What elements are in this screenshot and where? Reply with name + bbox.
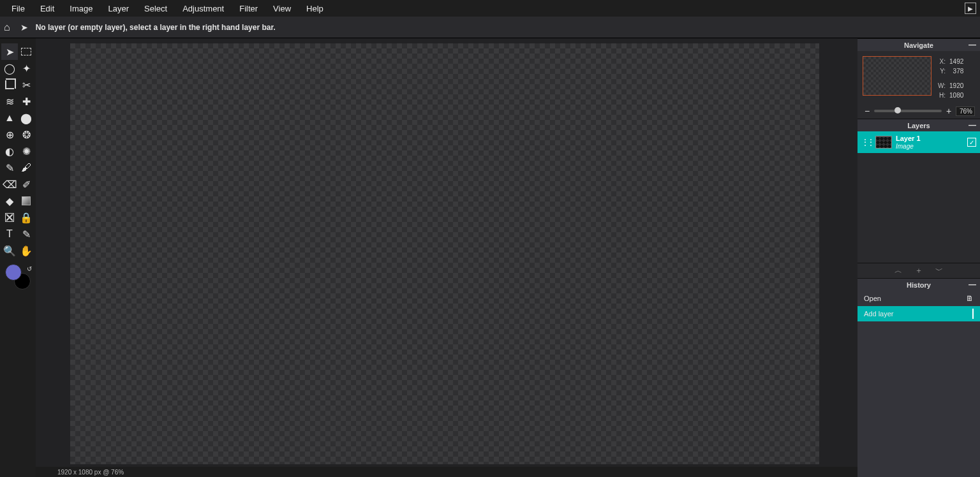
menu-select[interactable]: Select — [137, 1, 175, 16]
options-hint: No layer (or empty layer), select a laye… — [36, 23, 276, 32]
zoom-out-button[interactable]: − — [863, 106, 872, 116]
canvas[interactable] — [70, 43, 819, 464]
history-label: Open — [864, 295, 881, 302]
tool-pointer[interactable]: ➤ — [1, 43, 18, 60]
layer-up-button[interactable]: ︿ — [895, 265, 902, 276]
navigate-title: Navigate — [904, 41, 933, 49]
zoom-in-button[interactable]: + — [944, 106, 953, 116]
tool-text[interactable]: T — [1, 226, 18, 242]
tool-hand[interactable]: ✋ — [18, 242, 34, 259]
menu-adjustment[interactable]: Adjustment — [175, 1, 232, 16]
layer-type: Image — [896, 143, 967, 150]
nav-w-value: 1920 — [949, 82, 966, 90]
layer-tools: ︿ ＋ ﹀ — [858, 263, 980, 278]
toggle-panels-icon[interactable]: ▶ — [965, 3, 976, 14]
tool-pinch[interactable] — [1, 209, 18, 226]
navigate-panel-header[interactable]: Navigate — — [858, 38, 980, 51]
toolbox: ➤ ◯ ✦ ✂ ≋ ✚ ▲ ⬤ ⊕ ❂ ◐ ✺ ✎ 🖌 — [0, 38, 36, 477]
layer-item[interactable]: ⋮⋮ Layer 1 Image ✓ — [858, 131, 980, 153]
canvas-wrap — [36, 38, 858, 477]
tool-gradient[interactable] — [18, 193, 34, 209]
nav-h-value: 1080 — [949, 91, 966, 99]
drag-handle-icon[interactable]: ⋮⋮ — [861, 138, 875, 147]
zoom-value[interactable]: 76% — [956, 106, 975, 116]
tool-bucket[interactable]: ◆ — [1, 193, 18, 209]
history-item[interactable]: Open 🗎 — [858, 291, 980, 306]
marquee-icon — [21, 48, 31, 55]
tool-pencil[interactable]: ✎ — [1, 159, 18, 176]
tool-sponge[interactable]: ⊕ — [1, 126, 18, 143]
navigator-thumbnail[interactable] — [863, 56, 932, 96]
layer-icon — [972, 309, 974, 318]
gradient-icon — [22, 196, 31, 205]
layers-panel-header[interactable]: Layers — — [858, 119, 980, 131]
tool-spot[interactable]: ❂ — [18, 126, 34, 143]
tool-scissors[interactable]: ✂ — [18, 77, 34, 93]
navigate-panel: X:1492 Y:378 W:1920 H:1080 − + 76% — [858, 51, 980, 119]
menu-bar: File Edit Image Layer Select Adjustment … — [0, 0, 980, 17]
options-bar: ⌂ ➤ No layer (or empty layer), select a … — [0, 17, 980, 38]
menu-filter[interactable]: Filter — [232, 1, 265, 16]
menu-help[interactable]: Help — [299, 1, 331, 16]
history-panel: Open 🗎 Add layer — [858, 291, 980, 477]
document-icon: 🗎 — [966, 294, 974, 303]
tool-clone[interactable]: ▲ — [1, 110, 18, 126]
right-panels: Navigate — X:1492 Y:378 W:1920 H:1080 − … — [858, 38, 980, 477]
collapse-icon[interactable]: — — [969, 40, 976, 49]
status-text: 1920 x 1080 px @ 76% — [57, 469, 124, 476]
pinch-icon — [5, 213, 14, 222]
layer-visibility-checkbox[interactable]: ✓ — [967, 138, 976, 147]
history-label: Add layer — [864, 310, 893, 318]
tool-eraser[interactable]: ⌫ — [1, 176, 18, 193]
pointer-icon[interactable]: ➤ — [18, 22, 28, 33]
collapse-icon[interactable]: — — [969, 121, 976, 129]
tool-wand[interactable]: ✦ — [18, 60, 34, 77]
tool-liquify[interactable]: ≋ — [1, 93, 18, 110]
history-item[interactable]: Add layer — [858, 306, 980, 321]
tool-zoom[interactable]: 🔍 — [1, 242, 18, 259]
layer-name: Layer 1 — [896, 135, 967, 142]
menu-image[interactable]: Image — [62, 1, 100, 16]
tool-eyedropper[interactable]: ✎ — [18, 226, 34, 242]
menu-file[interactable]: File — [4, 1, 33, 16]
layer-thumbnail[interactable] — [875, 136, 892, 149]
zoom-slider[interactable] — [874, 110, 942, 112]
tool-sharpen[interactable]: ✺ — [18, 143, 34, 159]
nav-x-value: 1492 — [949, 57, 966, 66]
home-icon[interactable]: ⌂ — [4, 22, 10, 33]
tool-airbrush[interactable]: ✐ — [18, 176, 34, 193]
tool-marquee[interactable] — [18, 43, 34, 60]
crop-icon — [5, 80, 14, 89]
menu-layer[interactable]: Layer — [101, 1, 137, 16]
tool-heal[interactable]: ✚ — [18, 93, 34, 110]
menu-edit[interactable]: Edit — [33, 1, 62, 16]
layers-title: Layers — [907, 122, 930, 129]
tool-lasso[interactable]: ◯ — [1, 60, 18, 77]
layers-panel: ⋮⋮ Layer 1 Image ✓ ︿ ＋ ﹀ — [858, 131, 980, 278]
nav-y-value: 378 — [949, 67, 966, 75]
layer-down-button[interactable]: ﹀ — [935, 265, 943, 276]
collapse-icon[interactable]: — — [969, 280, 976, 289]
foreground-color[interactable] — [5, 264, 22, 281]
swap-colors-icon[interactable]: ↺ — [27, 265, 32, 272]
tool-blur[interactable]: ⬤ — [18, 110, 34, 126]
layer-add-button[interactable]: ＋ — [915, 265, 923, 276]
history-title: History — [907, 281, 931, 289]
status-bar: 1920 x 1080 px @ 76% — [36, 467, 858, 477]
history-panel-header[interactable]: History — — [858, 278, 980, 291]
tool-crop[interactable] — [1, 77, 18, 93]
tool-brush[interactable]: 🖌 — [18, 159, 34, 176]
zoom-handle[interactable] — [895, 107, 901, 114]
tool-dodge[interactable]: ◐ — [1, 143, 18, 159]
color-swatch[interactable]: ↺ — [5, 264, 31, 290]
menu-view[interactable]: View — [265, 1, 299, 16]
navigator-coords: X:1492 Y:378 W:1920 H:1080 — [937, 56, 967, 101]
tool-smudge[interactable]: 🔒 — [18, 209, 34, 226]
